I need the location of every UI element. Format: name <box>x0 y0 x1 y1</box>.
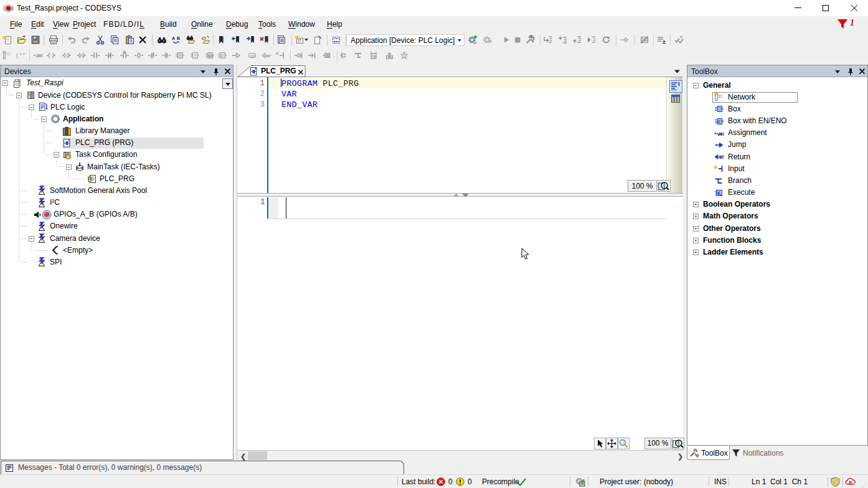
svg-text:?: ? <box>719 106 722 112</box>
svg-text:E?: E? <box>221 54 227 58</box>
svg-text:R: R <box>80 53 84 59</box>
svg-text:VAR: VAR <box>717 131 724 137</box>
svg-text:LID: LID <box>250 54 256 58</box>
svg-text:x: x <box>720 193 722 197</box>
svg-text:RET: RET <box>719 155 725 159</box>
svg-text:?: ? <box>194 53 197 59</box>
svg-text:A: A <box>172 36 175 40</box>
svg-text:VAR: VAR <box>35 54 43 58</box>
svg-text:S: S <box>326 54 329 58</box>
svg-text:EN: EN <box>208 54 213 58</box>
svg-text:RET: RET <box>265 54 271 58</box>
svg-text:E?: E? <box>718 119 723 123</box>
svg-text:S: S <box>65 53 68 59</box>
svg-text:(**): (**) <box>16 53 26 59</box>
svg-text:B: B <box>177 36 180 40</box>
